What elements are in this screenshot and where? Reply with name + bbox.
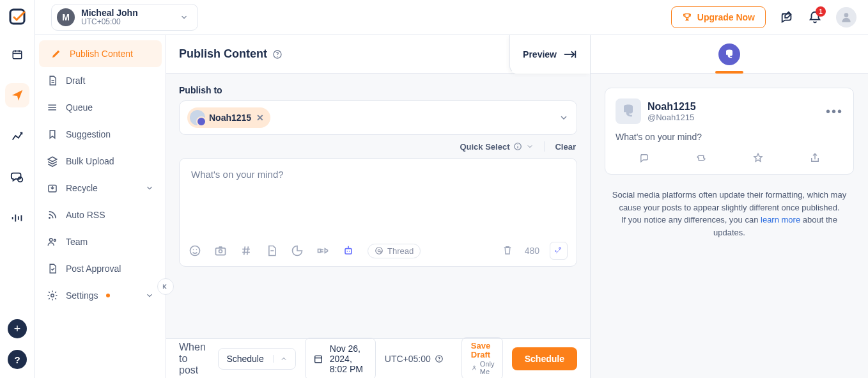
schedule-button[interactable]: Schedule [512, 347, 577, 370]
nav-bulk-upload[interactable]: Bulk Upload [35, 148, 166, 175]
nav-auto-rss[interactable]: Auto RSS [35, 201, 166, 228]
account-switcher[interactable]: M Micheal John UTC+05:00 [51, 4, 198, 31]
compose-icon[interactable] [780, 10, 794, 24]
upgrade-button[interactable]: Upgrade Now [671, 6, 766, 28]
upgrade-label: Upgrade Now [697, 12, 755, 22]
bookmark-icon [47, 129, 58, 140]
delete-icon[interactable] [502, 244, 515, 257]
preview-handle: @Noah1215 [647, 113, 696, 123]
svg-rect-49 [314, 356, 322, 363]
svg-rect-1 [13, 51, 22, 59]
svg-point-23 [51, 294, 54, 297]
post-textarea[interactable]: What's on your mind? [180, 159, 577, 235]
nav-label: Suggestion [66, 129, 111, 139]
account-chip[interactable]: Noah1215 ✕ [187, 107, 270, 128]
chevron-down-icon [526, 143, 534, 150]
hashtag-icon[interactable] [240, 244, 252, 257]
account-avatar: M [57, 8, 75, 26]
nav-label: Draft [66, 75, 85, 86]
nav-label: Auto RSS [66, 210, 105, 220]
mastodon-tab[interactable] [718, 43, 740, 65]
rail-chat[interactable] [5, 165, 29, 189]
stack-icon [47, 155, 58, 167]
chevron-up-icon [273, 355, 288, 363]
svg-point-32 [193, 249, 194, 251]
svg-line-38 [244, 246, 245, 255]
schedule-mode-select[interactable]: Schedule [218, 348, 295, 370]
preview-avatar [616, 98, 641, 124]
magic-wand-button[interactable] [550, 242, 568, 260]
rail-publish[interactable] [5, 83, 29, 107]
svg-point-35 [219, 249, 222, 253]
profile-avatar[interactable] [836, 7, 856, 28]
nav-label: Post Approval [66, 264, 121, 274]
notifications-icon[interactable]: 1 [808, 10, 822, 24]
share-icon[interactable] [809, 152, 821, 164]
chip-name: Noah1215 [209, 113, 251, 123]
nav-label: Team [66, 237, 88, 247]
queue-icon [47, 102, 58, 113]
publish-to-selector[interactable]: Noah1215 ✕ [179, 100, 577, 135]
nav-recycle[interactable]: Recycle [35, 175, 166, 201]
svg-rect-41 [318, 249, 321, 253]
preview-card: Noah1215 @Noah1215 ••• What's on your mi… [605, 88, 854, 175]
app-logo[interactable] [8, 8, 26, 26]
remove-chip-icon[interactable]: ✕ [256, 113, 264, 123]
rail-calendar[interactable] [5, 42, 29, 67]
nav-post-approval[interactable]: Post Approval [35, 255, 166, 282]
preview-toggle[interactable]: Preview [509, 35, 590, 74]
svg-rect-0 [10, 10, 24, 24]
account-timezone: UTC+05:00 [81, 18, 138, 26]
quick-select-button[interactable]: Quick Select [460, 142, 534, 152]
svg-point-33 [196, 249, 198, 251]
document-icon [47, 75, 58, 86]
datetime-picker[interactable]: Nov 26, 2024, 8:02 PM [305, 338, 376, 379]
save-draft-button[interactable]: Save Draft Only Me [461, 337, 503, 378]
plugin-icon[interactable] [316, 244, 329, 257]
nav-draft[interactable]: Draft [35, 67, 166, 94]
svg-point-22 [54, 239, 56, 241]
svg-point-46 [348, 246, 349, 248]
emoji-icon[interactable] [189, 244, 201, 257]
svg-point-30 [518, 145, 518, 145]
svg-rect-34 [216, 248, 226, 255]
page-title: Publish Content [179, 47, 283, 61]
timezone-label[interactable]: UTC+05:00 [385, 354, 444, 364]
nav-publish-content[interactable]: Publish Content [39, 40, 162, 67]
nav-queue[interactable]: Queue [35, 94, 166, 121]
camera-icon[interactable] [214, 244, 227, 257]
nav-label: Bulk Upload [66, 156, 114, 166]
preview-disclaimer: Social media platforms often update thei… [605, 189, 854, 239]
nav-suggestion[interactable]: Suggestion [35, 121, 166, 148]
trophy-icon [682, 12, 692, 22]
rail-audio[interactable] [5, 206, 29, 230]
rail-help-button[interactable]: ? [8, 350, 27, 369]
clear-button[interactable]: Clear [555, 142, 576, 152]
account-name: Micheal John [81, 8, 138, 18]
info-icon [513, 142, 522, 151]
reply-icon[interactable] [639, 152, 650, 164]
nav-team[interactable]: Team [35, 228, 166, 255]
analytics-icon[interactable] [291, 244, 304, 257]
favorite-icon[interactable] [752, 152, 764, 164]
rail-analytics[interactable] [5, 124, 29, 148]
nav-label: Settings [66, 290, 98, 301]
svg-point-18 [48, 109, 49, 111]
svg-line-39 [247, 246, 249, 255]
collapse-sidebar-button[interactable] [157, 278, 174, 295]
chevron-down-icon [145, 184, 154, 193]
lock-icon [471, 365, 477, 371]
more-icon[interactable]: ••• [826, 104, 843, 119]
help-icon[interactable] [272, 49, 283, 59]
template-icon[interactable] [265, 244, 278, 257]
nav-settings[interactable]: Settings [35, 282, 166, 309]
chevron-down-icon[interactable] [559, 113, 569, 123]
rss-icon [47, 209, 58, 221]
learn-more-link[interactable]: learn more [761, 215, 800, 224]
svg-rect-42 [345, 249, 352, 254]
rail-add-button[interactable]: + [8, 319, 27, 338]
boost-icon[interactable] [695, 152, 707, 164]
ai-assist-icon[interactable] [342, 244, 355, 257]
thread-button[interactable]: Thread [368, 244, 421, 258]
pencil-icon [50, 48, 62, 59]
